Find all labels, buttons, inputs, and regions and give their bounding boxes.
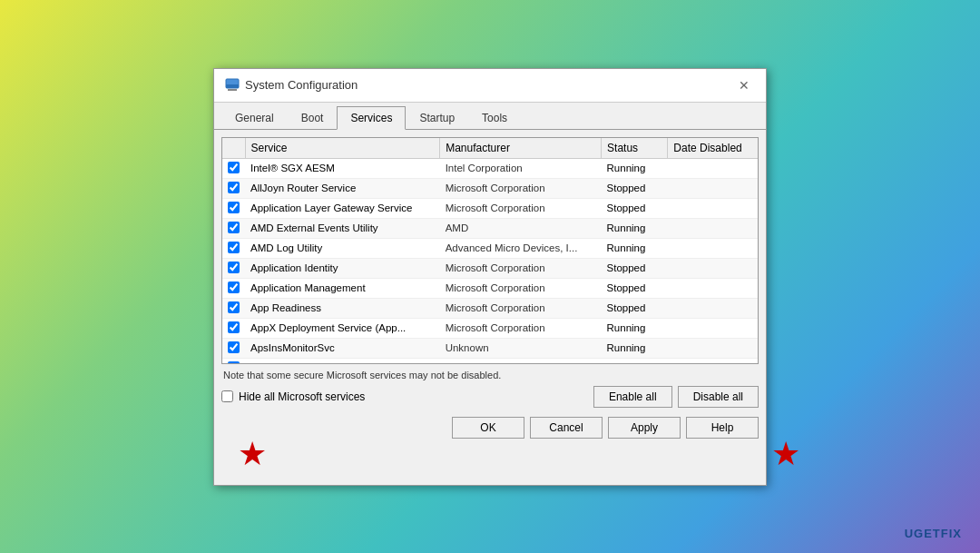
status-cell: Running: [602, 158, 668, 178]
cancel-button[interactable]: Cancel: [530, 417, 603, 439]
title-bar: System Configuration ✕: [214, 69, 766, 103]
service-name-cell: Application Layer Gateway Service: [245, 198, 440, 218]
col-checkbox: [222, 138, 245, 159]
manufacturer-cell: Intel Corporation: [440, 158, 602, 178]
service-checkbox[interactable]: [228, 262, 240, 273]
apply-button[interactable]: Apply: [608, 417, 681, 439]
hide-microsoft-text: Hide all Microsoft services: [239, 390, 365, 403]
svg-rect-1: [226, 84, 239, 88]
tab-boot[interactable]: Boot: [288, 106, 338, 130]
manufacturer-cell: Microsoft Corporation: [440, 318, 602, 338]
table-row: AMD Log UtilityAdvanced Micro Devices, I…: [222, 238, 758, 258]
help-button[interactable]: Help: [686, 417, 759, 439]
service-name-cell: Application Identity: [245, 258, 440, 278]
table-row: AMD External Events UtilityAMDRunning: [222, 218, 758, 238]
service-checkbox[interactable]: [228, 202, 240, 213]
service-name-cell: App Readiness: [245, 298, 440, 318]
window-icon: [225, 78, 240, 93]
date-disabled-cell: [668, 258, 758, 278]
bottom-row: Hide all Microsoft services Enable all D…: [221, 386, 759, 408]
window-title: System Configuration: [245, 78, 358, 92]
row-checkbox-cell[interactable]: [222, 318, 245, 338]
row-checkbox-cell[interactable]: [222, 338, 245, 358]
disable-all-button[interactable]: Disable all: [678, 386, 759, 408]
manufacturer-cell: Microsoft Corporation: [440, 278, 602, 298]
row-checkbox-cell[interactable]: [222, 238, 245, 258]
date-disabled-cell: [668, 338, 758, 358]
service-checkbox[interactable]: [228, 321, 240, 333]
dialog-buttons: OK Cancel Apply Help: [221, 417, 759, 439]
date-disabled-cell: [668, 298, 758, 318]
status-cell: Running: [602, 358, 668, 364]
service-checkbox[interactable]: [228, 182, 240, 193]
tab-services[interactable]: Services: [337, 106, 406, 130]
hide-microsoft-label[interactable]: Hide all Microsoft services: [221, 390, 365, 403]
row-checkbox-cell[interactable]: [222, 298, 245, 318]
status-cell: Running: [602, 338, 668, 358]
enable-disable-row: Enable all Disable all: [593, 386, 759, 408]
service-checkbox[interactable]: [228, 281, 240, 293]
ok-button[interactable]: OK: [452, 417, 524, 439]
system-config-window: System Configuration ✕ General Boot Serv…: [213, 68, 767, 486]
close-button[interactable]: ✕: [733, 76, 755, 94]
date-disabled-cell: [668, 158, 758, 178]
manufacturer-cell: Lenovo.: [440, 358, 602, 364]
row-checkbox-cell[interactable]: [222, 278, 245, 298]
status-cell: Stopped: [602, 178, 668, 198]
star-decoration-right: ★: [771, 435, 800, 473]
row-checkbox-cell[interactable]: [222, 258, 245, 278]
date-disabled-cell: [668, 198, 758, 218]
service-checkbox[interactable]: [228, 361, 240, 364]
tab-startup[interactable]: Startup: [406, 106, 468, 130]
status-cell: Running: [602, 238, 668, 258]
status-cell: Stopped: [602, 278, 668, 298]
service-name-cell: Intel® SGX AESM: [245, 158, 440, 178]
row-checkbox-cell[interactable]: [222, 198, 245, 218]
col-date-disabled: Date Disabled: [668, 138, 758, 159]
table-row: Intel® SGX AESMIntel CorporationRunning: [222, 158, 758, 178]
date-disabled-cell: [668, 238, 758, 258]
svg-rect-2: [228, 89, 237, 91]
star-decoration-left: ★: [238, 435, 267, 473]
service-name-cell: AppX Deployment Service (App...: [245, 318, 440, 338]
manufacturer-cell: Microsoft Corporation: [440, 298, 602, 318]
service-checkbox[interactable]: [228, 162, 240, 173]
status-cell: Stopped: [602, 198, 668, 218]
status-cell: Stopped: [602, 298, 668, 318]
manufacturer-cell: AMD: [440, 218, 602, 238]
table-row: ApsInsMonitorSvcUnknownRunning: [222, 338, 758, 358]
service-name-cell: ApsInsSvc: [245, 358, 440, 364]
service-checkbox[interactable]: [228, 242, 240, 253]
col-status: Status: [602, 138, 668, 159]
col-service: Service: [245, 138, 440, 159]
row-checkbox-cell[interactable]: [222, 358, 245, 364]
manufacturer-cell: Unknown: [440, 338, 602, 358]
date-disabled-cell: [668, 278, 758, 298]
manufacturer-cell: Microsoft Corporation: [440, 178, 602, 198]
date-disabled-cell: [668, 358, 758, 364]
watermark: UGETFIX: [905, 527, 962, 540]
service-name-cell: ApsInsMonitorSvc: [245, 338, 440, 358]
service-checkbox[interactable]: [228, 222, 240, 233]
service-checkbox[interactable]: [228, 301, 240, 313]
services-table-container[interactable]: Service Manufacturer Status Date Disable…: [221, 137, 759, 364]
hide-microsoft-checkbox[interactable]: [221, 390, 233, 402]
row-checkbox-cell[interactable]: [222, 218, 245, 238]
tab-bar: General Boot Services Startup Tools: [214, 103, 766, 130]
col-manufacturer: Manufacturer: [440, 138, 602, 159]
tab-tools[interactable]: Tools: [468, 106, 521, 130]
table-row: App ReadinessMicrosoft CorporationStoppe…: [222, 298, 758, 318]
date-disabled-cell: [668, 178, 758, 198]
service-checkbox[interactable]: [228, 341, 240, 353]
table-row: AllJoyn Router ServiceMicrosoft Corporat…: [222, 178, 758, 198]
table-row: Application IdentityMicrosoft Corporatio…: [222, 258, 758, 278]
row-checkbox-cell[interactable]: [222, 178, 245, 198]
date-disabled-cell: [668, 318, 758, 338]
note-text: Note that some secure Microsoft services…: [221, 370, 759, 380]
enable-all-button[interactable]: Enable all: [593, 386, 672, 408]
service-name-cell: AMD Log Utility: [245, 238, 440, 258]
manufacturer-cell: Microsoft Corporation: [440, 198, 602, 218]
tab-general[interactable]: General: [221, 106, 288, 130]
date-disabled-cell: [668, 218, 758, 238]
row-checkbox-cell[interactable]: [222, 158, 245, 178]
